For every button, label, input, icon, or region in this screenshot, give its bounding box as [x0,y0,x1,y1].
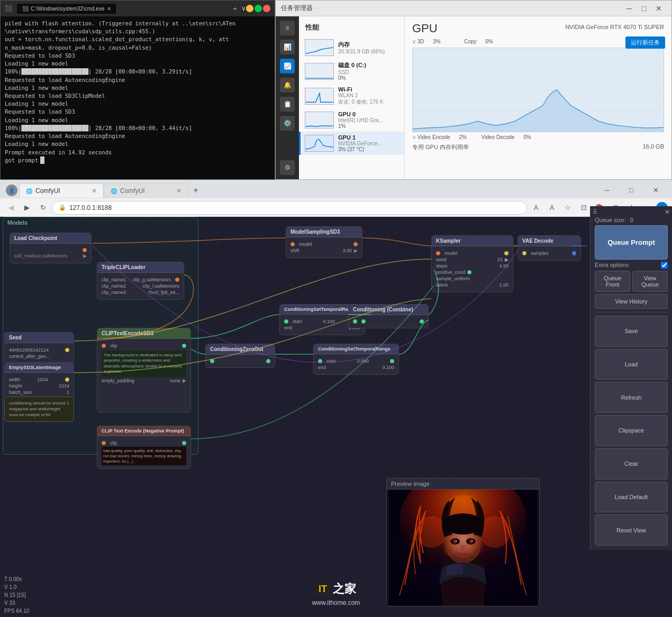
node-tc-row2: clip_name2 clip_l.safetensors [102,283,179,289]
refresh-btn[interactable]: Refresh [595,382,668,413]
tm-run-task-btn[interactable]: 运行新任务 [625,36,665,49]
node-clip-neg[interactable]: CLIP Text Encode (Negative Prompt) clip … [97,426,191,469]
tm-sidebar-icon-3[interactable]: 🔔 [280,78,295,93]
browser-address-bar[interactable]: 🔒 127.0.0.1:8188 [52,201,527,215]
tm-sidebar-icon-2[interactable]: 📊 [280,40,295,54]
save-btn[interactable]: Save [595,316,668,347]
node-el-h-val: 1024 [59,383,69,389]
cmd-minimize-btn[interactable]: ─ [246,5,253,12]
browser-tab-2[interactable]: 🌐 ComfyUI ✕ [104,183,188,198]
load-default-btn[interactable]: Load Default [595,482,668,513]
tm-gpu1-row[interactable]: GPU 1 NVIDIA GeForce... 3% (37 °C) [299,132,404,155]
rp-drag-handle[interactable]: ⠿ [593,208,597,216]
watermark: IT 之家 www.ithome.com [312,581,360,606]
tm-win-controls: ─ □ ✕ [622,3,666,14]
tm-run-task-area: 运行新任务 [625,36,665,49]
view-queue-btn[interactable]: View Queue [632,271,668,292]
extra-options-checkbox[interactable] [661,262,668,269]
cmd-line-10: Loading 1 new model [5,100,270,108]
node-cond-combine[interactable]: Conditioning (Combine) [348,304,429,328]
browser-minimize-btn[interactable]: ─ [595,182,619,198]
cmd-toolbar-icon1[interactable]: ＋ [232,4,238,13]
node-ksampler[interactable]: KSampler model seed 23 ▶ steps 4.50 posi… [431,235,513,292]
cmd-maximize-btn[interactable]: □ [255,5,262,12]
tm-wifi-row[interactable]: Wi-Fi WLAN 2 发送: 0 接收: 176 K [299,84,404,108]
tm-wifi-sub: WLAN 2 [338,93,400,98]
browser-forward-btn[interactable]: ▶ [20,201,34,215]
node-ms-shift-label: shift [290,248,299,253]
node-vae-decode[interactable]: VAE Decode samples [517,235,581,261]
node-seed-port-out [65,348,69,352]
node-ms-port-out [353,242,358,246]
tm-gpu-model: NVIDIA GeForce RTX 4070 Ti SUPER [565,24,664,30]
load-default-label: Load Default [615,494,648,500]
node-load-checkpoint[interactable]: Load Checkpoint sd3_medium.safetensors ▶ [10,233,92,263]
tm-gpu0-label: GPU 0 [338,111,400,117]
rp-close-btn[interactable]: ✕ [665,208,670,216]
node-model-sampling[interactable]: ModelSamplingSD3 model shift 3.00 ▶ [286,226,362,258]
group-label: Models [7,219,28,226]
browser-tab-1-icon: 🌐 [26,188,32,194]
node-cn-clip-row: clip [102,440,186,446]
browser-back-btn[interactable]: ◀ [4,201,18,215]
tm-mem-row[interactable]: 内存 20.9/31.8 GB (66%) [299,36,404,59]
tm-sidebar-icon-1[interactable]: ≡ [280,21,295,35]
cmd-line-8: Loading 1 new model [5,84,270,92]
clear-btn[interactable]: Clear [595,448,668,480]
load-btn[interactable]: Load [595,349,668,380]
tm-close-btn[interactable]: ✕ [651,3,666,14]
tm-gpu1-sub: NVIDIA GeForce... [338,141,400,146]
preview-panel: Preview Image [386,478,540,606]
tm-sidebar-icon-perf[interactable]: 📈 [280,59,295,73]
browser-tab-2-close[interactable]: ✕ [176,187,181,195]
node-cn-clip-lbl: clip [110,440,117,446]
browser-font-btn[interactable]: A [545,201,559,215]
node-note[interactable]: conditioning should be around 1 megapixe… [4,397,74,422]
cmd-progress-2: 100%|████████████████████| 28/28 [00:08<… [5,124,270,132]
comfyui-canvas[interactable]: Models Load Checkpoint sd3_medium.safete… [0,206,672,617]
queue-prompt-btn[interactable]: Queue Prompt [595,225,668,260]
tm-disk-row[interactable]: 磁盘 0 (C:) SSD 0% [299,59,404,84]
browser-new-tab-btn[interactable]: + [188,183,203,198]
tm-minimize-btn[interactable]: ─ [622,3,637,14]
node-cc-header: Conditioning (Combine) [349,305,428,315]
tm-maximize-btn[interactable]: □ [637,3,651,14]
browser-star-btn[interactable]: ☆ [561,201,575,215]
browser-tab-1-close[interactable]: ✕ [92,187,97,195]
cmd-tab-close[interactable]: ✕ [107,6,111,12]
node-empty-latent[interactable]: EmptySD3LatentImage width 1024 height 10… [4,362,74,400]
node-triple-clip[interactable]: TripleCLIPLoader clip_name1 clip_g.safet… [97,262,184,300]
browser-tab-1[interactable]: 🌐 ComfyUI ✕ [19,183,104,198]
node-ce-padding-lbl: empty_padding [102,378,134,383]
clipspace-btn[interactable]: Clipspace [595,415,668,446]
node-clip-encode-pos[interactable]: CLIPTextEncodeSD3 clip The background is… [97,328,191,412]
tm-sidebar-icon-settings[interactable]: ⚙ [280,160,295,175]
browser-read-btn[interactable]: A [529,201,543,215]
cmd-tab-1[interactable]: ⬛ C:\Windows\system32\cmd.exe ✕ [17,4,117,14]
view-history-btn[interactable]: View History [595,294,668,309]
tm-gpu1-pct: 3% (37 °C) [338,146,400,152]
reset-view-btn[interactable]: Reset View [595,514,668,546]
tm-sidebar-icon-5[interactable]: ⚙️ [280,116,295,131]
cmd-toolbar-icon2[interactable]: ∨ [241,5,246,12]
node-seed[interactable]: Seed 494912956142124 control_after_gen..… [4,332,74,364]
queue-front-btn[interactable]: Queue Front [595,271,630,292]
view-queue-label: View Queue [641,275,659,288]
browser-maximize-btn[interactable]: □ [619,182,643,198]
tm-disk-info: 磁盘 0 (C:) SSD 0% [338,61,400,81]
browser-profile-icon[interactable]: 👤 [6,185,17,196]
tm-disk-sub: SSD [338,69,400,75]
browser-close-btn[interactable]: ✕ [643,182,668,198]
node-ce-header: CLIPTextEncodeSD3 [97,328,190,339]
browser-refresh-btn[interactable]: ↻ [36,201,50,215]
cmd-close-btn[interactable]: ✕ [263,5,270,12]
node-cond-range2[interactable]: ConditioningSetTemporalRange start 0.000… [313,344,399,375]
node-vae-header: VAE Decode [518,236,580,246]
browser-address-text: 127.0.0.1:8188 [69,204,112,211]
node-cond-zero[interactable]: ConditioningZeroOut [205,344,275,368]
node-el-header: EmptySD3LatentImage [5,363,74,373]
browser-tab-view-btn[interactable]: ⊡ [577,201,591,215]
tm-disk-pct: 0% [338,75,400,81]
tm-gpu0-row[interactable]: GPU 0 Intel(R) UHD Gra... 1% [299,108,404,132]
tm-sidebar-icon-4[interactable]: 📋 [280,97,295,112]
